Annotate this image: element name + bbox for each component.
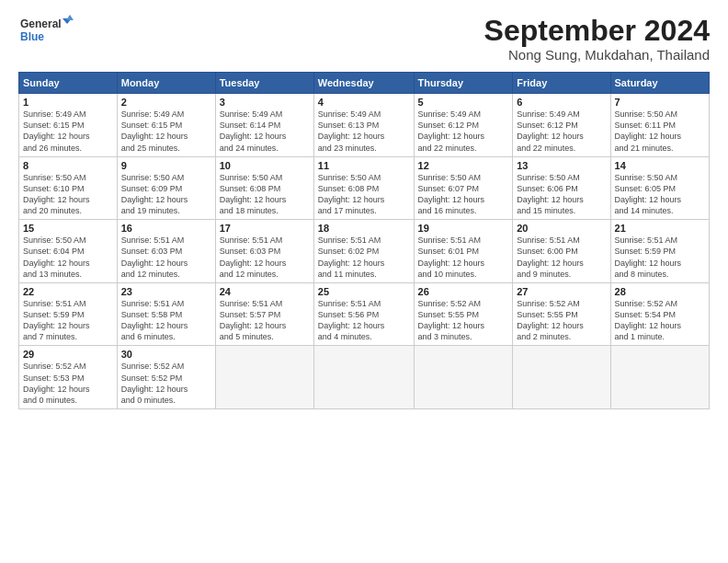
day-number: 8 [23, 160, 113, 171]
calendar-cell: 20Sunrise: 5:51 AMSunset: 6:00 PMDayligh… [513, 220, 610, 283]
day-info: Sunrise: 5:50 AMSunset: 6:07 PMDaylight:… [418, 172, 509, 217]
calendar-row-4: 22Sunrise: 5:51 AMSunset: 5:59 PMDayligh… [19, 282, 710, 346]
calendar-cell [414, 346, 513, 409]
calendar-header-row: Sunday Monday Tuesday Wednesday Thursday… [19, 73, 710, 94]
day-number: 29 [23, 349, 113, 360]
calendar-subtitle: Nong Sung, Mukdahan, Thailand [484, 47, 710, 63]
day-number: 12 [418, 160, 509, 171]
day-info: Sunrise: 5:51 AMSunset: 6:00 PMDaylight:… [517, 235, 606, 280]
day-number: 10 [220, 160, 310, 171]
day-number: 4 [318, 97, 410, 108]
calendar-cell: 5Sunrise: 5:49 AMSunset: 6:12 PMDaylight… [414, 94, 513, 157]
day-number: 14 [615, 160, 705, 171]
day-info: Sunrise: 5:50 AMSunset: 6:09 PMDaylight:… [121, 172, 211, 217]
day-info: Sunrise: 5:51 AMSunset: 5:59 PMDaylight:… [23, 298, 113, 343]
day-info: Sunrise: 5:49 AMSunset: 6:15 PMDaylight:… [121, 109, 211, 154]
calendar-row-2: 8Sunrise: 5:50 AMSunset: 6:10 PMDaylight… [19, 156, 710, 220]
page: General Blue September 2024 Nong Sung, M… [0, 0, 728, 563]
calendar-cell: 21Sunrise: 5:51 AMSunset: 5:59 PMDayligh… [610, 220, 709, 283]
calendar-cell: 4Sunrise: 5:49 AMSunset: 6:13 PMDaylight… [313, 94, 414, 157]
calendar-row-5: 29Sunrise: 5:52 AMSunset: 5:53 PMDayligh… [19, 346, 710, 409]
day-number: 9 [121, 160, 211, 171]
day-number: 1 [23, 97, 113, 108]
col-thursday: Thursday [414, 73, 513, 94]
day-info: Sunrise: 5:50 AMSunset: 6:10 PMDaylight:… [23, 172, 113, 217]
day-info: Sunrise: 5:50 AMSunset: 6:08 PMDaylight:… [220, 172, 310, 217]
calendar-cell [313, 346, 414, 409]
day-number: 7 [615, 97, 705, 108]
day-number: 15 [23, 223, 113, 234]
calendar-table: Sunday Monday Tuesday Wednesday Thursday… [18, 72, 710, 409]
day-info: Sunrise: 5:50 AMSunset: 6:06 PMDaylight:… [517, 172, 606, 217]
day-info: Sunrise: 5:51 AMSunset: 5:59 PMDaylight:… [615, 235, 705, 280]
calendar-cell: 17Sunrise: 5:51 AMSunset: 6:03 PMDayligh… [215, 220, 313, 283]
day-number: 25 [318, 286, 410, 297]
calendar-cell: 11Sunrise: 5:50 AMSunset: 6:08 PMDayligh… [313, 156, 414, 220]
calendar-cell: 13Sunrise: 5:50 AMSunset: 6:06 PMDayligh… [513, 156, 610, 220]
day-number: 16 [121, 223, 211, 234]
calendar-cell: 7Sunrise: 5:50 AMSunset: 6:11 PMDaylight… [610, 94, 709, 157]
calendar-cell: 15Sunrise: 5:50 AMSunset: 6:04 PMDayligh… [19, 220, 118, 283]
calendar-cell: 30Sunrise: 5:52 AMSunset: 5:52 PMDayligh… [117, 346, 215, 409]
col-tuesday: Tuesday [215, 73, 313, 94]
calendar-cell: 10Sunrise: 5:50 AMSunset: 6:08 PMDayligh… [215, 156, 313, 220]
day-info: Sunrise: 5:51 AMSunset: 6:02 PMDaylight:… [318, 235, 410, 280]
logo: General Blue [18, 15, 74, 50]
day-info: Sunrise: 5:51 AMSunset: 5:56 PMDaylight:… [318, 298, 410, 343]
calendar-cell: 23Sunrise: 5:51 AMSunset: 5:58 PMDayligh… [117, 282, 215, 346]
day-info: Sunrise: 5:51 AMSunset: 5:58 PMDaylight:… [121, 298, 211, 343]
day-info: Sunrise: 5:50 AMSunset: 6:11 PMDaylight:… [615, 109, 705, 154]
day-info: Sunrise: 5:52 AMSunset: 5:55 PMDaylight:… [418, 298, 509, 343]
day-number: 26 [418, 286, 509, 297]
calendar-cell: 29Sunrise: 5:52 AMSunset: 5:53 PMDayligh… [19, 346, 118, 409]
day-number: 24 [220, 286, 310, 297]
calendar-cell: 18Sunrise: 5:51 AMSunset: 6:02 PMDayligh… [313, 220, 414, 283]
day-info: Sunrise: 5:51 AMSunset: 6:03 PMDaylight:… [121, 235, 211, 280]
svg-text:General: General [20, 17, 62, 30]
day-number: 23 [121, 286, 211, 297]
day-number: 22 [23, 286, 113, 297]
calendar-cell: 24Sunrise: 5:51 AMSunset: 5:57 PMDayligh… [215, 282, 313, 346]
day-info: Sunrise: 5:49 AMSunset: 6:12 PMDaylight:… [517, 109, 606, 154]
day-info: Sunrise: 5:49 AMSunset: 6:13 PMDaylight:… [318, 109, 410, 154]
col-monday: Monday [117, 73, 215, 94]
calendar-row-1: 1Sunrise: 5:49 AMSunset: 6:15 PMDaylight… [19, 94, 710, 157]
calendar-cell: 26Sunrise: 5:52 AMSunset: 5:55 PMDayligh… [414, 282, 513, 346]
day-number: 28 [615, 286, 705, 297]
calendar-row-3: 15Sunrise: 5:50 AMSunset: 6:04 PMDayligh… [19, 220, 710, 283]
day-info: Sunrise: 5:51 AMSunset: 6:03 PMDaylight:… [220, 235, 310, 280]
day-info: Sunrise: 5:50 AMSunset: 6:08 PMDaylight:… [318, 172, 410, 217]
day-info: Sunrise: 5:49 AMSunset: 6:15 PMDaylight:… [23, 109, 113, 154]
title-block: September 2024 Nong Sung, Mukdahan, Thai… [484, 15, 710, 63]
day-info: Sunrise: 5:49 AMSunset: 6:12 PMDaylight:… [418, 109, 509, 154]
calendar-cell: 14Sunrise: 5:50 AMSunset: 6:05 PMDayligh… [610, 156, 709, 220]
col-friday: Friday [513, 73, 610, 94]
day-number: 5 [418, 97, 509, 108]
calendar-title: September 2024 [484, 15, 710, 47]
day-number: 27 [517, 286, 606, 297]
day-number: 13 [517, 160, 606, 171]
calendar-cell [513, 346, 610, 409]
day-info: Sunrise: 5:52 AMSunset: 5:54 PMDaylight:… [615, 298, 705, 343]
col-saturday: Saturday [610, 73, 709, 94]
day-number: 21 [615, 223, 705, 234]
svg-text:Blue: Blue [20, 30, 44, 43]
day-number: 2 [121, 97, 211, 108]
calendar-body: 1Sunrise: 5:49 AMSunset: 6:15 PMDaylight… [19, 94, 710, 409]
calendar-cell: 22Sunrise: 5:51 AMSunset: 5:59 PMDayligh… [19, 282, 118, 346]
day-number: 19 [418, 223, 509, 234]
day-info: Sunrise: 5:51 AMSunset: 6:01 PMDaylight:… [418, 235, 509, 280]
day-info: Sunrise: 5:52 AMSunset: 5:53 PMDaylight:… [23, 361, 113, 406]
day-info: Sunrise: 5:51 AMSunset: 5:57 PMDaylight:… [220, 298, 310, 343]
calendar-cell [610, 346, 709, 409]
calendar-cell: 1Sunrise: 5:49 AMSunset: 6:15 PMDaylight… [19, 94, 118, 157]
calendar-cell: 27Sunrise: 5:52 AMSunset: 5:55 PMDayligh… [513, 282, 610, 346]
calendar-cell: 2Sunrise: 5:49 AMSunset: 6:15 PMDaylight… [117, 94, 215, 157]
day-number: 11 [318, 160, 410, 171]
col-wednesday: Wednesday [313, 73, 414, 94]
day-info: Sunrise: 5:50 AMSunset: 6:04 PMDaylight:… [23, 235, 113, 280]
calendar-cell: 28Sunrise: 5:52 AMSunset: 5:54 PMDayligh… [610, 282, 709, 346]
calendar-cell: 3Sunrise: 5:49 AMSunset: 6:14 PMDaylight… [215, 94, 313, 157]
day-number: 30 [121, 349, 211, 360]
calendar-cell: 19Sunrise: 5:51 AMSunset: 6:01 PMDayligh… [414, 220, 513, 283]
